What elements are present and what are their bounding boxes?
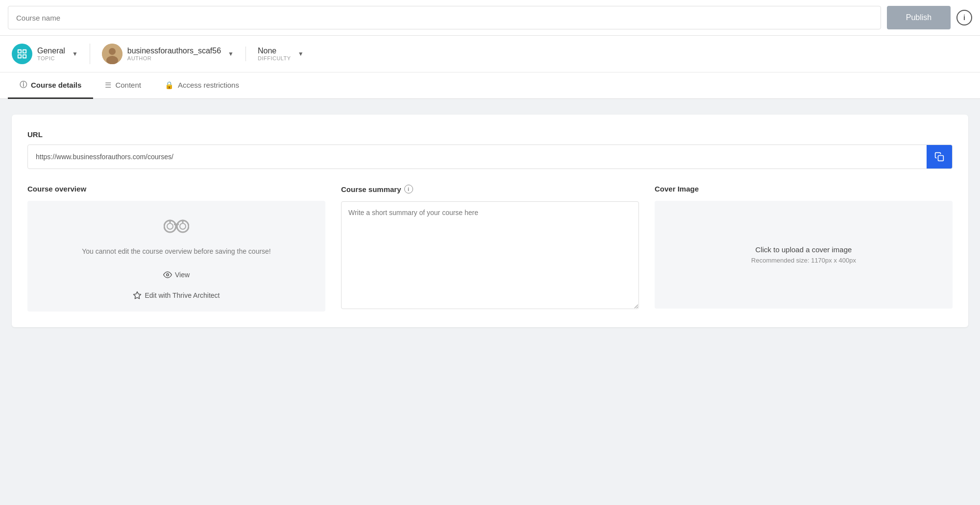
summary-info-icon[interactable]: i	[404, 185, 413, 193]
course-overview-col: Course overview You cannot e	[27, 185, 325, 312]
tab-course-details[interactable]: ⓘ Course details	[8, 72, 93, 99]
cover-image-box[interactable]: Click to upload a cover image Recommende…	[655, 201, 953, 309]
course-summary-label: Course summary i	[341, 185, 639, 193]
tab-content-label: Content	[115, 81, 141, 89]
course-name-input[interactable]	[8, 6, 881, 29]
course-overview-label: Course overview	[27, 185, 325, 193]
topic-text: General TOPIC	[37, 47, 65, 61]
svg-point-11	[180, 223, 186, 229]
url-input[interactable]	[28, 147, 927, 167]
edit-architect-button[interactable]: Edit with Thrive Architect	[35, 287, 318, 304]
author-text: businessforauthors_scaf56 AUTHOR	[127, 47, 221, 61]
cover-size-text: Recommended size: 1170px x 400px	[751, 257, 856, 264]
difficulty-selector[interactable]: None DIFFICULTY ▼	[245, 47, 316, 61]
meta-bar: General TOPIC ▼ businessforauthors_scaf5…	[0, 36, 980, 72]
svg-rect-0	[18, 50, 21, 53]
author-avatar	[102, 44, 122, 64]
svg-marker-13	[134, 292, 141, 299]
summary-textarea[interactable]	[341, 201, 639, 309]
difficulty-value: None	[258, 47, 291, 55]
publish-button[interactable]: Publish	[887, 6, 951, 29]
author-value: businessforauthors_scaf56	[127, 47, 221, 55]
svg-rect-1	[23, 50, 26, 53]
three-columns: Course overview You cannot e	[27, 185, 953, 312]
svg-point-12	[167, 274, 169, 276]
topic-dropdown-arrow: ▼	[72, 50, 78, 57]
url-copy-button[interactable]	[927, 145, 952, 168]
content-card: URL Course overview	[12, 115, 968, 327]
svg-point-10	[167, 223, 173, 229]
tabs-bar: ⓘ Course details ☰ Content 🔒 Access rest…	[0, 72, 980, 99]
topic-selector[interactable]: General TOPIC ▼	[12, 44, 90, 64]
cover-upload-text: Click to upload a cover image	[756, 245, 852, 254]
course-summary-col: Course summary i	[341, 185, 639, 312]
difficulty-label: DIFFICULTY	[258, 55, 291, 61]
course-details-icon: ⓘ	[20, 80, 27, 90]
view-label: View	[175, 271, 190, 279]
difficulty-text: None DIFFICULTY	[258, 47, 291, 61]
svg-rect-7	[938, 156, 944, 161]
content-icon: ☰	[105, 81, 111, 90]
tab-access-restrictions[interactable]: 🔒 Access restrictions	[153, 72, 251, 99]
tab-course-details-label: Course details	[31, 81, 81, 89]
info-icon[interactable]: i	[956, 10, 972, 25]
author-dropdown-arrow: ▼	[228, 50, 234, 57]
tab-content[interactable]: ☰ Content	[93, 72, 153, 99]
url-label: URL	[27, 130, 953, 139]
main-content: URL Course overview	[0, 99, 980, 505]
summary-label-text: Course summary	[341, 185, 401, 193]
svg-rect-2	[23, 55, 26, 58]
topic-value: General	[37, 47, 65, 55]
difficulty-dropdown-arrow: ▼	[298, 50, 304, 57]
url-field	[27, 144, 953, 169]
author-selector[interactable]: businessforauthors_scaf56 AUTHOR ▼	[90, 44, 245, 64]
lock-icon: 🔒	[165, 81, 174, 90]
binoculars-icon	[164, 216, 189, 239]
cover-image-label: Cover Image	[655, 185, 953, 193]
topic-label: TOPIC	[37, 55, 65, 61]
tab-access-restrictions-label: Access restrictions	[178, 81, 239, 89]
topic-icon	[12, 44, 32, 64]
overview-actions: View Edit with Thrive Architect	[35, 266, 318, 304]
course-overview-box: You cannot edit the course overview befo…	[27, 201, 325, 312]
overview-message: You cannot edit the course overview befo…	[82, 246, 271, 257]
svg-point-5	[109, 48, 116, 55]
edit-label: Edit with Thrive Architect	[145, 291, 220, 299]
author-label: AUTHOR	[127, 55, 221, 61]
svg-rect-3	[18, 55, 21, 58]
top-bar: Publish i	[0, 0, 980, 36]
view-button[interactable]: View	[35, 266, 318, 283]
cover-image-col: Cover Image Click to upload a cover imag…	[655, 185, 953, 312]
